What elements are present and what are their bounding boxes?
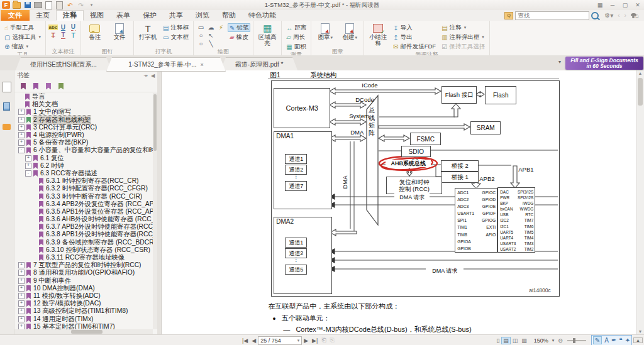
expand-bookmarks-icon[interactable] (58, 83, 64, 90)
expand-icon[interactable]: + (18, 293, 25, 299)
textbox-tool[interactable]: ▭文本框 (161, 33, 191, 41)
export-comments-button[interactable]: ↥导出 (391, 33, 438, 41)
expand-icon[interactable]: + (18, 124, 25, 131)
continuous-view-icon[interactable]: ▤ (501, 337, 511, 344)
collapse-icon[interactable]: - (25, 170, 31, 177)
create-stamp-tool[interactable]: 创建▾ (338, 22, 361, 41)
email-fdf-button[interactable]: ✉邮件发送FDF (391, 42, 438, 51)
bookmark-item[interactable]: +6.1 复位 (14, 155, 153, 162)
document-tab-2[interactable]: 1-STM32_参考手册-中...× (106, 57, 226, 72)
expand-icon[interactable]: + (18, 109, 25, 115)
document-tab-1[interactable]: 使用HSE或HSI配置系... (15, 57, 112, 72)
file-menu-button[interactable]: 文件 (1, 10, 30, 21)
panel-splitter[interactable] (157, 70, 162, 334)
pencil-tool[interactable]: ✎铅笔 (228, 23, 250, 32)
eraser-tool[interactable]: ▰橡皮 (228, 33, 250, 41)
bookmark-item[interactable]: -6 小容量、中容量和大容量产品的复位和时钟控制(RCC (14, 146, 153, 154)
insert-text-tool[interactable]: T (69, 31, 78, 39)
active-pencil-icon[interactable]: ✎ (593, 336, 602, 344)
expand-icon[interactable]: + (18, 132, 25, 138)
polyline-tool[interactable]: ⚡ (216, 23, 226, 31)
edit-bookmark-icon[interactable] (33, 83, 38, 90)
distance-tool[interactable]: ↔距离 (284, 23, 308, 32)
scroll-corner-icon[interactable]: ▲ (633, 337, 643, 343)
prev-view-icon[interactable]: ‹ (616, 12, 621, 19)
expand-icon[interactable]: + (18, 262, 25, 268)
layers-panel-icon[interactable] (1, 101, 13, 113)
note-tool[interactable]: 备注 (84, 22, 106, 40)
expand-icon[interactable]: + (25, 155, 31, 162)
email-doc-icon[interactable] (45, 1, 53, 9)
select-tool[interactable]: ▢选择工具▾ (3, 33, 43, 41)
zoom-dropdown-icon[interactable]: ▾ (550, 338, 557, 343)
collapse-icon[interactable]: - (18, 147, 25, 153)
expand-icon[interactable]: + (18, 140, 25, 146)
prev-page-icon[interactable]: ◀ (250, 337, 258, 344)
next-view-nav-icon[interactable]: ⎘ (328, 337, 336, 344)
quote-tool-icon[interactable]: ❝ (619, 337, 622, 344)
line-tool[interactable]: ╲ (206, 40, 216, 47)
summarize-comments-button[interactable]: 小结注释 (367, 22, 389, 47)
single-page-view-icon[interactable]: ▯ (494, 337, 501, 344)
expand-icon[interactable]: + (18, 316, 25, 322)
import-comments-button[interactable]: ↧导入 (391, 23, 438, 32)
callout-tool[interactable]: ▤注释框 (161, 23, 191, 32)
expand-icon[interactable]: + (18, 324, 25, 329)
zoom-tool[interactable]: ⊕缩放▾ (3, 42, 43, 51)
open-file-icon[interactable] (13, 1, 21, 9)
expand-icon[interactable]: + (18, 270, 25, 276)
minimize-icon[interactable]: ─ (606, 1, 619, 9)
comments-popup-menu-button[interactable]: ▥注释弹出框▾ (440, 33, 487, 41)
zoom-out-icon[interactable]: ⊖ (556, 337, 565, 344)
delete-bookmark-icon[interactable] (46, 83, 51, 90)
search-input[interactable] (515, 11, 589, 20)
oval-tool[interactable]: ○ (196, 31, 206, 39)
zoom-slider[interactable] (567, 340, 586, 341)
menu-tab-共享[interactable]: 共享 (163, 10, 189, 21)
menu-tab-主页[interactable]: 主页 (30, 10, 56, 21)
scroll-up-icon[interactable]: ▲ (637, 71, 643, 75)
menu-tab-浏览[interactable]: 浏览 (189, 10, 216, 21)
qat-dropdown-icon[interactable]: ▾ (87, 1, 96, 9)
undo-icon[interactable]: ↶ (66, 1, 74, 9)
facing-view-icon[interactable]: ◫ (511, 337, 520, 344)
page-number-input[interactable]: 25 / 754 ▾ (258, 336, 302, 345)
document-vertical-scrollbar[interactable]: ▲ ▼ (636, 70, 644, 334)
menu-tab-视图[interactable]: 视图 (84, 10, 110, 21)
tab-list-dropdown-icon[interactable]: ▾ (558, 59, 561, 65)
replace-text-tool[interactable]: T (58, 31, 68, 39)
first-page-icon[interactable]: |◀ (240, 337, 250, 344)
redo-icon[interactable]: ↷ (77, 1, 85, 9)
comments-menu-button[interactable]: ▤注释▾ (440, 23, 487, 32)
collapse-panel-icon[interactable]: ◀ (151, 73, 155, 79)
expand-icon[interactable]: + (18, 117, 25, 123)
expand-icon[interactable]: + (18, 285, 25, 292)
next-page-icon[interactable]: ▶ (302, 337, 310, 344)
expand-icon[interactable]: + (18, 278, 25, 284)
bookmark-item[interactable]: +15 基本定时器(TIM6和TIM7) (14, 323, 153, 329)
scroll-down-icon[interactable]: ▼ (637, 329, 643, 334)
close-icon[interactable]: ✕ (631, 1, 644, 9)
menu-tab-保护[interactable]: 保护 (136, 10, 163, 21)
typewriter-tool[interactable]: T打字机 (136, 22, 159, 40)
menu-tab-特色功能[interactable]: 特色功能 (242, 10, 282, 21)
clipboard-icon[interactable] (55, 1, 64, 9)
next-view-icon[interactable]: › (623, 12, 628, 19)
find-settings-icon[interactable]: Q (504, 12, 513, 19)
bookmarks-horizontal-scrollbar[interactable] (14, 329, 153, 334)
menu-tab-表单[interactable]: 表单 (110, 10, 136, 21)
menu-tab-注释[interactable]: 注释 (56, 10, 84, 21)
menu-tab-帮助[interactable]: 帮助 (216, 10, 242, 21)
comments-panel-icon[interactable] (1, 121, 13, 133)
gear-icon[interactable]: ⚙▾ (603, 12, 614, 19)
perimeter-tool[interactable]: ▱周长 (284, 33, 308, 41)
expand-panel-icon[interactable]: ↠ (143, 73, 148, 79)
file-attachment-tool[interactable]: 文件 (108, 22, 131, 40)
polygon-tool[interactable]: ○ (196, 40, 206, 47)
layout-icon[interactable]: ▦ (594, 1, 606, 9)
keep-tool-selected-checkbox[interactable]: ☑保持工具选择 (440, 42, 487, 51)
bookmark-label[interactable]: 15 基本定时器(TIM6和TIM7) (33, 322, 115, 329)
search-icon[interactable] (591, 12, 599, 19)
close-tab-icon[interactable]: × (201, 62, 204, 68)
underline-tool[interactable]: U (58, 23, 68, 31)
